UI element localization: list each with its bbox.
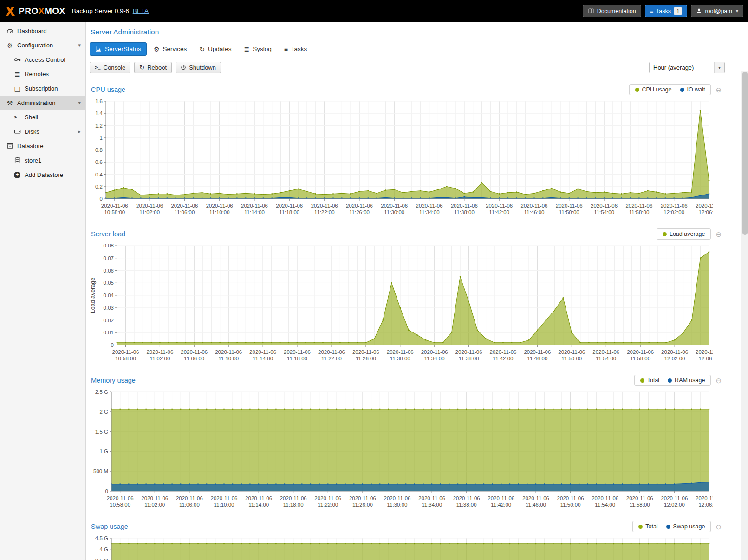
svg-text:2020-11-06: 2020-11-06 <box>101 203 128 208</box>
svg-text:0: 0 <box>105 488 108 494</box>
svg-text:2020-11-06: 2020-11-06 <box>280 495 307 501</box>
tab-syslog[interactable]: ≣ Syslog <box>238 42 277 56</box>
tasks-button[interactable]: ≡ Tasks 1 <box>645 5 688 17</box>
svg-text:11:06:00: 11:06:00 <box>174 209 195 215</box>
legend-item-load-average[interactable]: Load average <box>663 231 705 237</box>
svg-text:12:02:00: 12:02:00 <box>663 209 684 215</box>
legend-item-total[interactable]: Total <box>640 377 659 384</box>
svg-text:2020-11-06: 2020-11-06 <box>696 203 713 208</box>
legend-item-total[interactable]: Total <box>638 523 657 530</box>
collapse-panel-icon[interactable]: ⊖ <box>715 231 722 238</box>
proxmox-logo: PROXMOX <box>5 6 65 16</box>
tab-serverstatus[interactable]: ServerStatus <box>90 42 147 56</box>
svg-text:2020-11-06: 2020-11-06 <box>146 349 173 355</box>
tab-tasks[interactable]: ≡ Tasks <box>279 42 313 56</box>
svg-text:0: 0 <box>100 196 103 202</box>
svg-text:1.2: 1.2 <box>95 123 103 129</box>
svg-text:11:22:00: 11:22:00 <box>318 502 338 508</box>
timeframe-select[interactable]: Hour (average) ▾ <box>649 62 725 73</box>
console-button[interactable]: >_ Console <box>90 62 130 73</box>
sidebar-item-administration[interactable]: ⚒ Administration ▾ <box>0 96 85 110</box>
shutdown-button[interactable]: Shutdown <box>176 62 221 73</box>
main-content: Server Administration ServerStatus ⚙ Ser… <box>86 22 748 560</box>
sidebar-item-remotes[interactable]: ≣ Remotes <box>0 67 85 81</box>
svg-text:0.6: 0.6 <box>95 159 103 165</box>
svg-text:11:30:00: 11:30:00 <box>390 356 410 361</box>
tab-updates[interactable]: ↻ Updates <box>194 42 237 56</box>
user-menu-button[interactable]: root@pam ▾ <box>691 5 743 17</box>
svg-text:11:50:00: 11:50:00 <box>560 502 581 508</box>
sidebar-item-datastore[interactable]: Datastore <box>0 139 85 153</box>
documentation-button[interactable]: Documentation <box>583 5 641 17</box>
sidebar-item-subscription[interactable]: ▤ Subscription <box>0 81 85 96</box>
svg-text:11:14:00: 11:14:00 <box>248 502 269 508</box>
collapse-panel-icon[interactable]: ⊖ <box>715 377 722 384</box>
svg-text:11:02:00: 11:02:00 <box>150 356 170 361</box>
swap-usage-panel: Swap usage Total Swap usage <box>88 519 724 560</box>
beta-link[interactable]: BETA <box>133 7 149 14</box>
series-color-dot <box>640 378 644 383</box>
collapse-panel-icon[interactable]: ⊖ <box>715 86 722 93</box>
svg-text:10:58:00: 10:58:00 <box>104 209 125 215</box>
svg-text:11:26:00: 11:26:00 <box>352 502 373 508</box>
legend-item-io-wait[interactable]: IO wait <box>680 86 705 93</box>
proxmox-backup-server-app: PROXMOX Backup Server 0.9-6 BETA Documen… <box>0 0 748 560</box>
legend-item-ram-usage[interactable]: RAM usage <box>668 377 705 384</box>
svg-text:2020-11-06: 2020-11-06 <box>387 349 414 355</box>
tab-services[interactable]: ⚙ Services <box>148 42 192 56</box>
svg-text:2020-11-06: 2020-11-06 <box>453 495 480 501</box>
sidebar-item-disks[interactable]: Disks ▸ <box>0 124 85 139</box>
series-color-dot <box>680 88 684 92</box>
svg-text:11:50:00: 11:50:00 <box>559 209 579 215</box>
charts-scroll-region: CPU usage CPU usage IO wait <box>86 77 748 560</box>
tasks-count-badge: 1 <box>674 7 682 15</box>
svg-text:2020-11-06: 2020-11-06 <box>592 349 619 355</box>
svg-text:11:58:00: 11:58:00 <box>629 209 649 215</box>
svg-text:2020-11-06: 2020-11-06 <box>626 495 653 501</box>
server-toolbar: >_ Console ↻ Reboot Shutdown Hour (avera… <box>86 60 748 77</box>
chevron-down-icon: ▾ <box>736 8 738 13</box>
sidebar-item-configuration[interactable]: ⚙ Configuration ▾ <box>0 38 85 52</box>
sidebar-item-store1[interactable]: store1 <box>0 153 85 168</box>
scrollbar-thumb[interactable] <box>742 72 748 235</box>
wrench-icon: ⚒ <box>6 99 14 107</box>
svg-text:11:26:00: 11:26:00 <box>356 356 376 361</box>
svg-text:2020-11-06: 2020-11-06 <box>384 495 411 501</box>
svg-text:0.8: 0.8 <box>95 147 103 153</box>
sidebar-item-shell[interactable]: >_ Shell <box>0 110 85 124</box>
svg-text:2020-11-06: 2020-11-06 <box>349 495 376 501</box>
reboot-button[interactable]: ↻ Reboot <box>134 62 172 73</box>
svg-text:4 G: 4 G <box>99 547 108 552</box>
svg-text:2020-11-06: 2020-11-06 <box>112 349 139 355</box>
collapse-panel-icon[interactable]: ⊖ <box>715 523 722 530</box>
task-list-icon: ≡ <box>650 8 653 14</box>
svg-text:10:58:00: 10:58:00 <box>115 356 136 361</box>
sidebar-item-add-datastore[interactable]: + Add Datastore <box>0 168 85 182</box>
sidebar-item-dashboard[interactable]: Dashboard <box>0 24 85 38</box>
svg-text:2020-11-06: 2020-11-06 <box>521 203 548 208</box>
proxmox-x-icon <box>5 7 16 16</box>
svg-text:2020-11-06: 2020-11-06 <box>176 495 203 501</box>
area-chart-icon <box>95 46 102 52</box>
svg-text:11:54:00: 11:54:00 <box>596 356 616 361</box>
legend-item-swap-usage[interactable]: Swap usage <box>666 523 705 530</box>
vertical-scrollbar[interactable] <box>741 71 748 560</box>
plus-circle-icon: + <box>13 172 21 178</box>
legend-item-cpu-usage[interactable]: CPU usage <box>635 86 672 93</box>
dashboard-gauge-icon <box>6 27 14 34</box>
sidebar-item-access-control[interactable]: Access Control <box>0 52 85 67</box>
svg-text:11:42:00: 11:42:00 <box>493 356 514 361</box>
chevron-right-icon: ▸ <box>78 129 81 135</box>
svg-text:2020-11-06: 2020-11-06 <box>592 495 618 501</box>
memory-usage-chart: 0500 M1 G1.5 G2 G2.5 G2020-11-0610:58:00… <box>88 389 713 513</box>
svg-text:0.07: 0.07 <box>104 255 114 261</box>
svg-text:2020-11-06: 2020-11-06 <box>486 203 513 208</box>
svg-text:2020-11-06: 2020-11-06 <box>107 495 134 501</box>
hard-drive-icon <box>13 128 21 135</box>
page-title: Server Administration <box>91 28 748 36</box>
svg-text:11:38:00: 11:38:00 <box>456 502 477 508</box>
svg-text:12:02:00: 12:02:00 <box>664 356 685 361</box>
svg-text:2020-11-06: 2020-11-06 <box>418 495 445 501</box>
svg-text:11:30:00: 11:30:00 <box>387 502 408 508</box>
svg-text:0.03: 0.03 <box>104 305 114 311</box>
